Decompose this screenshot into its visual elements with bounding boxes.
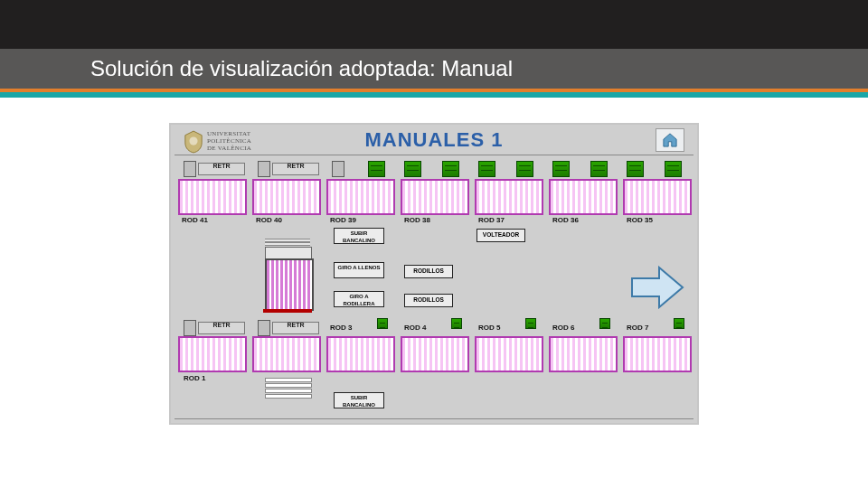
- sensor-grey: [258, 320, 270, 336]
- retr-button[interactable]: RETR: [198, 322, 245, 334]
- subir-bancalino-button[interactable]: SUBIR BANCALINO: [334, 392, 384, 408]
- giro-llenos-button[interactable]: GIRO A LLENOS: [334, 262, 384, 278]
- rod-label: ROD 6: [552, 324, 574, 332]
- rod-label: ROD 41: [182, 216, 208, 224]
- cage-base: [263, 309, 312, 313]
- rack: [252, 336, 321, 372]
- slot: [265, 389, 312, 393]
- subir-bancalino-button[interactable]: SUBIR BANCALINO: [334, 228, 384, 244]
- sensor-green: [665, 161, 682, 177]
- sensor-green: [552, 161, 570, 177]
- sensor-grey: [184, 320, 196, 336]
- rack: [475, 336, 543, 372]
- home-button[interactable]: [656, 128, 684, 152]
- rod-label: ROD 37: [478, 216, 505, 224]
- hmi-title: MANUALES 1: [171, 128, 697, 152]
- rack: [178, 336, 247, 372]
- rack: [401, 179, 469, 215]
- rack: [326, 179, 395, 215]
- slide-title-band: Solución de visualización adoptada: Manu…: [0, 49, 868, 89]
- rack: [326, 336, 395, 372]
- rod-label: ROD 3: [330, 324, 352, 332]
- rodillos-button[interactable]: RODILLOS: [404, 265, 453, 278]
- hmi-panel: UNIVERSITAT POLITÈCNICA DE VALÈNCIA MANU…: [169, 123, 699, 425]
- sensor-green: [478, 161, 495, 177]
- sensor-grey: [332, 161, 344, 177]
- rack: [549, 179, 618, 215]
- rack: [623, 336, 692, 372]
- rack: [252, 179, 321, 215]
- cage-slot: [265, 242, 310, 246]
- sensor-green: [525, 318, 536, 329]
- rod-label: ROD 39: [330, 216, 356, 224]
- retr-button[interactable]: RETR: [272, 163, 319, 175]
- rack: [549, 336, 618, 372]
- rack: [178, 179, 247, 215]
- sensor-green: [377, 318, 388, 329]
- rod-label: ROD 5: [478, 324, 500, 332]
- slide-title: Solución de visualización adoptada: Manu…: [90, 56, 513, 81]
- sensor-green: [451, 318, 462, 329]
- rack: [475, 179, 543, 215]
- footer-separator: [175, 418, 693, 419]
- sensor-grey: [184, 161, 196, 177]
- slot: [265, 383, 312, 388]
- rod-label: ROD 4: [404, 324, 426, 332]
- sensor-grey: [258, 161, 270, 177]
- rod-label: ROD 7: [627, 324, 648, 332]
- rack: [623, 179, 692, 215]
- slot: [265, 378, 312, 382]
- rodillos-button[interactable]: RODILLOS: [404, 294, 453, 307]
- rack: [401, 336, 469, 372]
- slide-top-bar: [0, 0, 868, 49]
- rod-label: ROD 35: [627, 216, 653, 224]
- accent-teal: [0, 92, 868, 98]
- retr-button[interactable]: RETR: [272, 322, 319, 334]
- sensor-green: [442, 161, 459, 177]
- rod-label: ROD 1: [184, 374, 205, 382]
- sensor-green: [590, 161, 608, 177]
- sensor-green: [674, 318, 684, 329]
- header-separator: [175, 155, 693, 155]
- direction-arrow-icon: [630, 266, 684, 309]
- sensor-green: [627, 161, 644, 177]
- rod-label: ROD 36: [552, 216, 579, 224]
- cage: [265, 258, 314, 311]
- sensor-green: [599, 318, 610, 329]
- sensor-green: [516, 161, 533, 177]
- home-icon: [662, 133, 678, 147]
- sensor-green: [368, 161, 385, 177]
- slot: [265, 394, 312, 399]
- giro-rodillera-button[interactable]: GIRO A RODILLERA: [334, 291, 384, 307]
- sensor-green: [404, 161, 421, 177]
- retr-button[interactable]: RETR: [198, 163, 245, 175]
- volteador-button[interactable]: VOLTEADOR: [476, 229, 525, 242]
- rod-label: ROD 40: [256, 216, 282, 224]
- rod-label: ROD 38: [404, 216, 430, 224]
